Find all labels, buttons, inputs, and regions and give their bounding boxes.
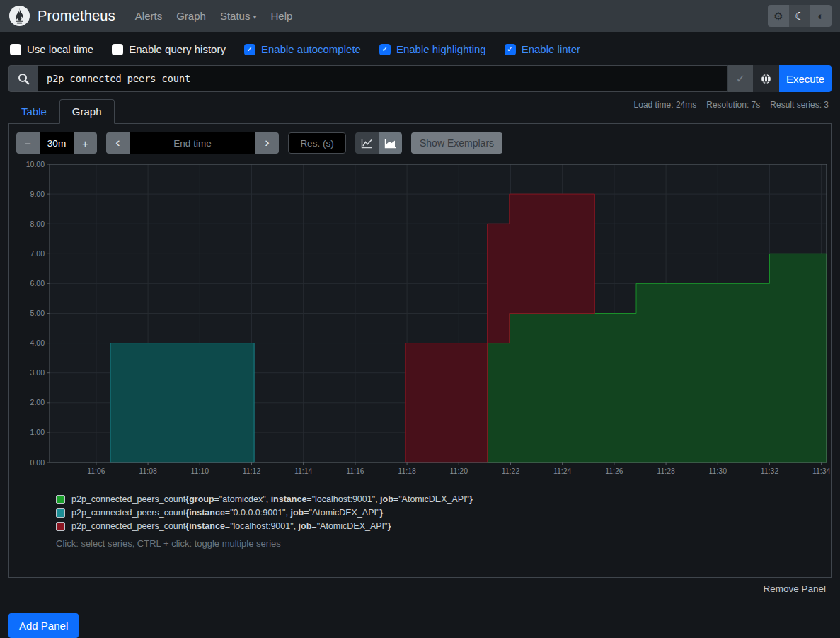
legend-item-1[interactable]: p2p_connected_peers_count{instance="0.0.… [56,508,831,518]
theme-toggle-group: ⚙☾◐ [768,5,832,27]
y-axis-label: 6.00 [30,279,45,287]
prometheus-brand[interactable]: Prometheus [8,5,115,27]
checkbox-checked-icon[interactable]: ✓ [379,44,391,55]
option-use-local-time[interactable]: Use local time [10,43,93,55]
x-axis-label: 11:26 [605,467,623,475]
search-addon [8,65,38,92]
time-forward-button[interactable]: › [255,132,279,154]
gear-icon: ⚙ [773,10,783,23]
auto-theme-button[interactable]: ◐ [810,5,832,27]
options-row: Use local timeEnable query history✓Enabl… [0,32,840,59]
y-axis-label: 9.00 [30,190,45,198]
x-axis-label: 11:08 [139,467,157,475]
x-axis-label: 11:24 [553,467,572,475]
tab-graph[interactable]: Graph [59,99,115,124]
query-row: ✓ Execute [0,59,840,92]
y-axis-label: 2.00 [30,398,45,406]
series-swatch-icon [56,508,65,518]
y-axis-label: 10.00 [26,160,45,169]
nav-links: AlertsGraphStatus▾Help [128,4,768,28]
x-axis-label: 11:12 [243,467,261,475]
expression-input[interactable] [38,65,727,92]
prometheus-logo-icon [8,5,30,27]
option-label: Enable linter [522,43,580,55]
series-area-1[interactable] [110,343,254,462]
y-axis-label: 4.00 [30,338,45,347]
stacked-chart-icon [384,138,396,149]
legend-item-0[interactable]: p2p_connected_peers_count{group="atomicd… [56,494,831,504]
autocomplete-confirm-button[interactable]: ✓ [727,65,753,92]
tab-table[interactable]: Table [8,99,59,124]
option-label: Enable query history [129,43,226,55]
settings-button[interactable]: ⚙ [768,5,789,27]
range-decrease-button[interactable]: − [16,132,40,154]
add-panel-button[interactable]: Add Panel [8,613,79,638]
remove-panel-row: Remove Panel [0,582,826,595]
graph-chart[interactable]: 0.001.002.003.004.005.006.007.008.009.00… [18,159,840,482]
x-axis-label: 11:34 [812,467,831,475]
option-enable-highlighting[interactable]: ✓Enable highlighting [379,43,486,55]
end-time-input[interactable] [130,132,255,154]
y-axis-label: 8.00 [30,220,45,228]
remove-panel-link[interactable]: Remove Panel [763,583,826,594]
globe-icon [760,73,772,85]
range-input[interactable] [40,132,74,154]
option-enable-query-history[interactable]: Enable query history [112,43,226,55]
checkbox-checked-icon[interactable]: ✓ [505,44,516,55]
x-axis-label: 11:18 [398,467,416,475]
dark-theme-button[interactable]: ☾ [789,5,810,27]
nav-item-help[interactable]: Help [263,4,299,28]
checkbox-checked-icon[interactable]: ✓ [244,44,255,55]
x-axis-label: 11:28 [657,467,675,475]
time-back-button[interactable]: ‹ [106,132,130,154]
nav-item-graph[interactable]: Graph [169,4,213,28]
x-axis-label: 11:22 [502,467,520,475]
series-swatch-icon [56,522,65,531]
graph-panel: − + ‹ › Show Exemplars [8,123,832,578]
metrics-explorer-button[interactable] [753,65,779,92]
checkbox-unchecked-icon[interactable] [112,44,123,55]
y-axis-label: 1.00 [30,428,45,436]
option-label: Enable autocomplete [261,43,361,55]
option-label: Enable highlighting [396,43,486,55]
option-enable-linter[interactable]: ✓Enable linter [505,43,580,55]
navbar: Prometheus AlertsGraphStatus▾Help ⚙☾◐ [0,0,840,32]
x-axis-label: 11:16 [346,467,364,475]
option-enable-autocomplete[interactable]: ✓Enable autocomplete [244,43,361,55]
legend-hint: Click: select series, CTRL + click: togg… [56,538,831,549]
contrast-icon: ◐ [817,10,824,22]
nav-item-alerts[interactable]: Alerts [128,4,169,28]
series-swatch-icon [56,495,65,504]
stacked-graph-toggle-button[interactable] [379,132,402,154]
brand-title: Prometheus [38,8,115,24]
execute-button[interactable]: Execute [779,65,832,92]
graph-controls: − + ‹ › Show Exemplars [9,124,831,156]
series-label: p2p_connected_peers_count{group="atomicd… [71,494,473,504]
line-chart-icon [361,138,373,149]
x-axis-label: 11:10 [191,467,209,475]
legend-item-2[interactable]: p2p_connected_peers_count{instance="loca… [56,521,831,531]
line-graph-toggle-button[interactable] [355,132,379,154]
chart-wrap: 0.001.002.003.004.005.006.007.008.009.00… [9,156,831,484]
checkbox-unchecked-icon[interactable] [10,44,21,55]
moon-icon: ☾ [795,10,804,23]
legend: p2p_connected_peers_count{group="atomicd… [56,494,831,531]
resolution-input[interactable] [288,132,346,154]
range-increase-button[interactable]: + [74,132,97,154]
x-axis-label: 11:14 [294,467,313,475]
y-axis-label: 5.00 [30,309,45,317]
option-label: Use local time [27,43,93,55]
chevron-down-icon: ▾ [253,13,256,21]
check-icon: ✓ [736,72,745,86]
y-axis-label: 3.00 [30,368,45,377]
x-axis-label: 11:30 [709,467,727,475]
x-axis-label: 11:32 [761,467,779,475]
series-label: p2p_connected_peers_count{instance="0.0.… [71,508,383,518]
result-tabs: Table Graph [8,99,832,123]
nav-item-status[interactable]: Status▾ [213,4,264,28]
y-axis-label: 7.00 [30,249,45,258]
x-axis-label: 11:06 [87,467,105,475]
search-icon [18,73,30,85]
show-exemplars-button[interactable]: Show Exemplars [411,132,502,154]
y-axis-label: 0.00 [30,458,45,467]
